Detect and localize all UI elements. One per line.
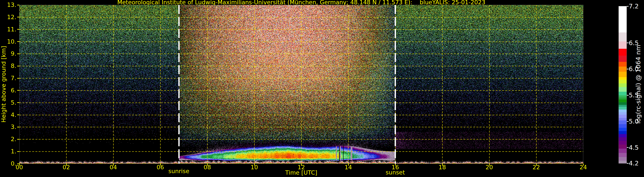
colorbar-band — [619, 131, 626, 134]
colorbar-band — [619, 161, 626, 163]
y-axis-tick — [17, 66, 19, 66]
y-axis-tick — [17, 163, 19, 164]
y-tick-label: 0. — [0, 160, 16, 167]
colorbar-band — [619, 79, 626, 83]
colorbar-band — [619, 153, 626, 157]
colorbar-band — [619, 137, 626, 141]
colorbar-band — [619, 109, 626, 112]
y-tick-label: 3. — [0, 123, 16, 130]
colorbar-band — [619, 157, 626, 161]
y-axis-tick — [17, 41, 19, 42]
y-tick-label: 12. — [0, 14, 16, 20]
colorbar-tick — [627, 69, 628, 69]
y-axis-tick — [17, 5, 19, 5]
y-axis-tick — [17, 90, 19, 91]
y-tick-label: 5. — [0, 99, 16, 106]
colorbar-tick — [627, 43, 628, 43]
colorbar-band — [619, 72, 626, 77]
y-axis-tick — [17, 151, 19, 152]
y-tick-label: 4. — [0, 111, 16, 118]
colorbar-band — [619, 102, 626, 105]
colorbar-band — [619, 87, 626, 92]
x-axis-label: Time [UTC] — [19, 169, 583, 176]
colorbar-axis-label: log(rc-signal) @ 1064 nm — [634, 45, 642, 123]
y-axis-tick — [17, 102, 19, 103]
colorbar-tick — [627, 147, 628, 148]
colorbar-tick-label: 7.2 — [629, 3, 639, 10]
y-axis-tick — [17, 139, 19, 140]
colorbar-band — [619, 83, 626, 87]
colorbar-band — [619, 114, 626, 118]
colorbar-band — [619, 62, 626, 67]
colorbar-band — [619, 120, 626, 124]
colorbar-band — [619, 124, 626, 128]
colorbar-band — [619, 149, 626, 153]
colorbar-band — [619, 66, 626, 72]
colorbar-tick-label: 4.5 — [629, 144, 639, 151]
y-axis-tick — [17, 17, 19, 17]
y-tick-label: 11. — [0, 26, 16, 33]
y-tick-label: 8. — [0, 63, 16, 69]
colorbar-tick — [627, 163, 628, 164]
colorbar-band — [619, 141, 626, 144]
colorbar-tick — [627, 6, 628, 7]
colorbar-band — [619, 107, 626, 110]
colorbar-band — [619, 6, 626, 33]
colorbar-band — [619, 118, 626, 120]
y-axis-tick — [17, 29, 19, 30]
colorbar-band — [619, 49, 626, 55]
y-axis-tick — [17, 54, 19, 54]
chart-title: Meteorological Institute of Ludwig-Maxim… — [19, 0, 583, 5]
sunrise-label: sunrise — [161, 168, 197, 174]
y-axis-tick — [17, 114, 19, 115]
colorbar-band — [619, 112, 626, 115]
y-axis-tick — [17, 127, 19, 127]
colorbar-band — [619, 144, 626, 149]
colorbar-band — [619, 92, 626, 95]
lidar-quicklook-figure: Meteorological Institute of Ludwig-Maxim… — [0, 0, 644, 177]
colorbar-band — [619, 77, 626, 80]
sunset-label: sunset — [377, 169, 414, 176]
y-tick-label: 6. — [0, 87, 16, 93]
colorbar-band — [619, 33, 626, 42]
colorbar-band — [619, 105, 626, 107]
y-tick-label: 13. — [0, 2, 16, 8]
colorbar-tick — [627, 95, 628, 96]
colorbar-band — [619, 134, 626, 137]
y-tick-label: 7. — [0, 75, 16, 81]
colorbar-band — [619, 99, 626, 102]
colorbar-band — [619, 128, 626, 131]
colorbar-tick-label: 4.2 — [629, 160, 639, 167]
colorbar-band — [619, 97, 626, 99]
colorbar-band — [619, 95, 626, 97]
y-tick-label: 1. — [0, 148, 16, 154]
colorbar-band — [619, 55, 626, 62]
y-tick-label: 9. — [0, 50, 16, 57]
y-tick-label: 10. — [0, 38, 16, 45]
y-axis-tick — [17, 78, 19, 79]
colorbar-tick — [627, 121, 628, 122]
y-axis-label: Height above ground [km] — [0, 46, 7, 122]
y-tick-label: 2. — [0, 136, 16, 142]
colorbar-band — [619, 41, 626, 49]
lidar-heatmap-canvas — [19, 5, 583, 164]
